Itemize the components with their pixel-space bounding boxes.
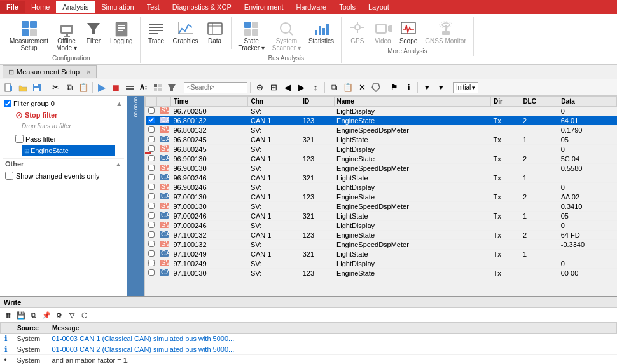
svg-rect-10 bbox=[118, 25, 125, 26]
data-icon bbox=[206, 20, 224, 37]
ribbon-btn-data[interactable]: Data bbox=[203, 18, 227, 46]
menu-home[interactable]: Home bbox=[25, 1, 56, 13]
tb-btn-icons[interactable]: ⊕ bbox=[253, 81, 266, 94]
tb-btn-dropdown1[interactable]: ▾ bbox=[420, 81, 433, 94]
tb-btn-stop[interactable]: ⏹ bbox=[109, 81, 122, 94]
search-input[interactable] bbox=[184, 82, 247, 93]
filter-group-checkbox[interactable] bbox=[4, 100, 11, 107]
ribbon-btn-filter[interactable]: Filter bbox=[81, 18, 106, 53]
ribbon-btn-trace[interactable]: Trace bbox=[144, 18, 169, 46]
initial-dropdown-arrow: ▾ bbox=[472, 84, 475, 91]
tb-btn-icons2[interactable]: ⊞ bbox=[267, 81, 280, 94]
trace-cell-icon: SV bbox=[157, 126, 171, 135]
ribbon-btn-logging[interactable]: Logging bbox=[107, 18, 136, 53]
write-tb-clear[interactable]: 🗑 bbox=[3, 309, 14, 321]
trace-row[interactable]: CAN 97.100132 CAN 1 123 EngineState Tx 2… bbox=[146, 231, 617, 240]
menu-tools[interactable]: Tools bbox=[333, 1, 362, 13]
trace-row[interactable]: SV 97.000246 SV: LightDisplay 0 bbox=[146, 221, 617, 231]
trace-row[interactable]: CAN 96.900130 CAN 1 123 EngineState Tx 2… bbox=[146, 154, 617, 164]
tb-btn-new[interactable] bbox=[3, 81, 15, 94]
trace-cell-name: EngineSpeedDspMeter bbox=[334, 126, 490, 135]
file-menu[interactable]: File bbox=[0, 1, 25, 13]
trace-cell-dlc bbox=[520, 221, 558, 231]
tb-btn-forward[interactable]: ▶ bbox=[295, 81, 308, 94]
ribbon-btn-state-tracker[interactable]: StateTracker ▾ bbox=[235, 18, 268, 53]
trace-row[interactable]: CAN 97.100130 SV: 123 EngineState Tx 00 … bbox=[146, 269, 617, 278]
tb-btn-dropdown2[interactable]: ▾ bbox=[434, 81, 447, 94]
pass-filter-engine-state[interactable]: ⊞ EngineState bbox=[22, 145, 115, 156]
trace-row[interactable]: CAN 97.000246 CAN 1 321 LightState Tx 1 … bbox=[146, 212, 617, 221]
menu-analysis[interactable]: Analysis bbox=[56, 1, 95, 13]
trace-row[interactable]: SV 97.100132 SV: EngineSpeedDspMeter -0.… bbox=[146, 240, 617, 250]
write-link[interactable]: 01-0003 CAN 1 (Classical CAN) simulated … bbox=[52, 335, 235, 342]
ribbon-btn-offline-mode[interactable]: OfflineMode ▾ bbox=[53, 18, 80, 53]
write-link[interactable]: 01-0003 CAN 2 (Classical CAN) simulated … bbox=[52, 346, 235, 353]
gnss-monitor-icon bbox=[437, 20, 455, 37]
menu-diagnostics[interactable]: Diagnostics & XCP bbox=[166, 1, 238, 13]
write-tb-copy[interactable]: ⧉ bbox=[28, 309, 39, 321]
tb-btn-x[interactable]: ✕ bbox=[356, 81, 368, 94]
tb-btn-back[interactable]: ◀ bbox=[281, 81, 294, 94]
tb-btn-select[interactable] bbox=[370, 81, 382, 94]
trace-row[interactable]: SV 96.800132 SV: EngineSpeedDspMeter 0.1… bbox=[146, 126, 617, 135]
trace-row[interactable]: CAN 96.800245 CAN 1 321 LightState Tx 1 … bbox=[146, 135, 617, 145]
measurement-setup-tab[interactable]: ⊞ Measurement Setup ✕ bbox=[3, 65, 97, 78]
other-arrow[interactable]: ▲ bbox=[115, 161, 121, 168]
trace-cell-time: 96.900246 bbox=[171, 183, 248, 192]
tb-btn-start[interactable]: ▶ bbox=[95, 81, 108, 94]
write-tb-pin[interactable]: 📌 bbox=[41, 309, 52, 321]
tb-btn-copy2[interactable]: ⧉ bbox=[328, 81, 340, 94]
tb-btn-grid[interactable] bbox=[151, 81, 164, 94]
trace-row[interactable]: CAN 97.100249 CAN 1 321 LightState Tx 1 bbox=[146, 250, 617, 259]
trace-row[interactable]: SV 97.100249 SV: LightDisplay 0 bbox=[146, 259, 617, 269]
ribbon-btn-graphics[interactable]: Graphics bbox=[170, 18, 202, 46]
measurement-tab-close[interactable]: ✕ bbox=[86, 69, 91, 76]
tb-btn-info[interactable]: ℹ bbox=[402, 81, 415, 94]
trace-row[interactable]: SV 97.000130 SV: EngineSpeedDspMeter 0.3… bbox=[146, 202, 617, 212]
show-changed-checkbox[interactable] bbox=[5, 172, 13, 180]
initial-dropdown[interactable]: Initial ▾ bbox=[453, 82, 478, 93]
menu-layout[interactable]: Layout bbox=[362, 1, 396, 13]
trace-row[interactable]: CAN 96.900246 CAN 1 321 LightState Tx 1 bbox=[146, 173, 617, 183]
ribbon-btn-statistics[interactable]: Statistics bbox=[305, 18, 337, 53]
ribbon-btn-scope[interactable]: Scope bbox=[396, 18, 420, 46]
write-tb-save[interactable]: 💾 bbox=[15, 309, 27, 321]
tb-btn-paste[interactable]: 📋 bbox=[77, 81, 90, 94]
tb-btn-filter2[interactable] bbox=[165, 81, 178, 94]
trace-row[interactable]: SV 96.700250 SV: LightDisplay 0 bbox=[146, 107, 617, 116]
tb-btn-az[interactable]: A↕ bbox=[137, 81, 150, 94]
write-tb-expand[interactable]: ⬡ bbox=[79, 309, 90, 321]
filter-group-arrow[interactable]: ▲ bbox=[116, 100, 123, 107]
trace-row[interactable]: CAN 96.800132 CAN 1 123 EngineState Tx 2… bbox=[146, 116, 617, 126]
tb-btn-save[interactable] bbox=[31, 81, 43, 94]
tb-btn-paste2[interactable]: 📋 bbox=[342, 81, 354, 94]
tb-btn-copy[interactable]: ⧉ bbox=[63, 81, 76, 94]
menu-simulation[interactable]: Simulation bbox=[95, 1, 140, 13]
trace-cell-dir bbox=[491, 221, 520, 231]
tb-btn-more[interactable]: ↕ bbox=[309, 81, 322, 94]
trace-cell-id bbox=[300, 221, 334, 231]
menu-test[interactable]: Test bbox=[141, 1, 166, 13]
trace-cell-dlc bbox=[520, 164, 558, 173]
svg-marker-55 bbox=[168, 84, 176, 91]
menu-hardware[interactable]: Hardware bbox=[290, 1, 333, 13]
pass-filter-checkbox[interactable] bbox=[15, 135, 24, 143]
trace-row[interactable]: SV 96.900130 SV: EngineSpeedDspMeter 0.5… bbox=[146, 164, 617, 173]
tb-btn-bar[interactable] bbox=[123, 81, 136, 94]
write-tb-settings[interactable]: ⚙ bbox=[53, 309, 65, 321]
write-source-cell: System bbox=[13, 334, 48, 344]
menu-environment[interactable]: Environment bbox=[238, 1, 290, 13]
tb-btn-mark[interactable]: ⚑ bbox=[388, 81, 401, 94]
tb-btn-cut[interactable]: ✂ bbox=[49, 81, 62, 94]
tb-btn-open[interactable] bbox=[17, 81, 29, 94]
ribbon-btn-measurement-setup[interactable]: MeasurementSetup bbox=[6, 18, 52, 53]
tb-sep-3 bbox=[181, 82, 181, 93]
trace-cell-dlc bbox=[520, 145, 558, 154]
trace-row[interactable]: SV 96.900246 SV: LightDisplay 0 bbox=[146, 183, 617, 192]
trace-row[interactable]: CAN 97.000130 CAN 1 123 EngineState Tx 2… bbox=[146, 192, 617, 202]
tb-sep-8 bbox=[450, 82, 450, 93]
write-tb-filter[interactable]: ▽ bbox=[66, 309, 78, 321]
trace-cell-data: 0 bbox=[558, 183, 617, 192]
trace-cell-check bbox=[146, 107, 157, 116]
trace-row[interactable]: SV 96.800245 SV: LightDisplay 0 bbox=[146, 145, 617, 154]
